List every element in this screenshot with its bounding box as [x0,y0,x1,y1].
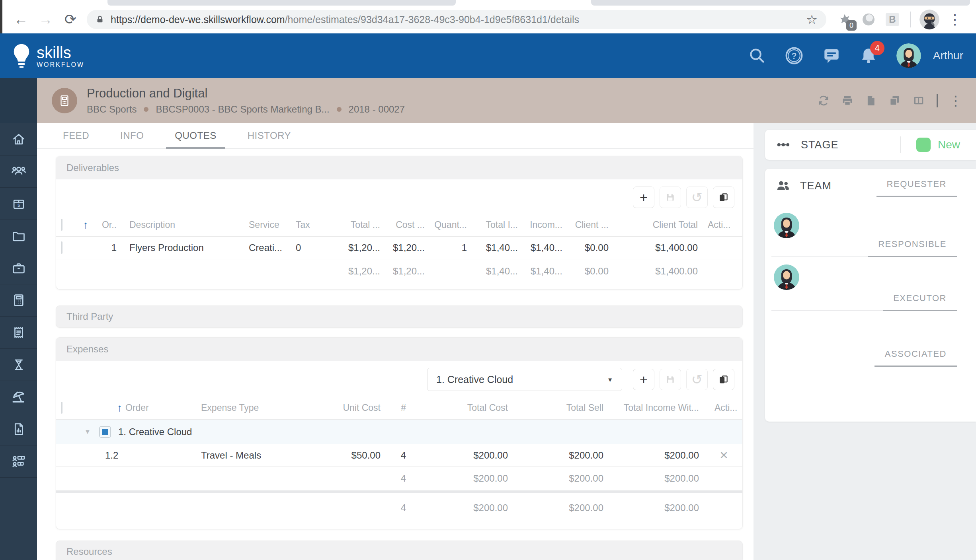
browser-forward-button[interactable]: → [33,11,58,28]
sidebar-item-clients[interactable] [0,156,37,188]
tab-quotes[interactable]: QUOTES [172,123,219,148]
cell-quantity[interactable]: 1 [426,242,468,253]
sort-asc-icon[interactable]: ↑ [76,219,95,231]
col-total-income[interactable]: Total I... [468,220,519,230]
col-description[interactable]: Description [118,220,246,230]
sidebar-item-folders[interactable] [0,220,37,252]
col-order[interactable]: Or.. [95,220,118,230]
expense-row[interactable]: 1.2 Travel - Meals $50.00 4 $200.00 $200… [56,444,742,467]
delete-expense-button[interactable]: ✕ [705,449,742,462]
undo-deliverables-button[interactable]: ↺ [686,187,708,208]
col-total-cost[interactable]: Total Cost [415,402,514,413]
bookmark-star-icon[interactable]: ☆ [806,12,818,27]
col-total-income[interactable]: Total Income Wit... [610,402,705,413]
export-document-button[interactable] [865,94,877,107]
tab-history[interactable]: HISTORY [244,123,294,148]
briefcase-icon [11,261,26,276]
row-checkbox[interactable] [61,241,62,254]
add-deliverable-button[interactable]: + [633,187,654,208]
col-total-cost[interactable]: Total ... [333,220,381,230]
browser-address-bar[interactable]: https://demo-dev-we.skillsworkflow.com/h… [87,10,826,29]
col-income[interactable]: Incom... [519,220,563,230]
col-expense-type[interactable]: Expense Type [147,402,303,413]
save-deliverables-button[interactable] [660,187,681,208]
sidebar-item-estimates[interactable] [0,284,37,317]
sidebar-item-vacations[interactable] [0,381,37,413]
collapse-group-icon[interactable]: ▼ [76,428,99,436]
stage-divider [900,136,901,153]
sort-asc-icon[interactable]: ↑ [117,402,122,414]
sidebar-item-invoices[interactable] [0,317,37,349]
expense-group-row[interactable]: ▼ 1. Creative Cloud [56,420,742,444]
col-client[interactable]: Client ... [563,220,609,230]
refresh-button[interactable] [817,94,830,107]
user-avatar[interactable] [896,43,921,68]
group-checkbox[interactable] [99,426,111,438]
cell-unit-cost[interactable]: $50.00 [303,450,387,461]
browser-menu-button[interactable]: ⋮ [943,11,967,28]
layout-columns-button[interactable] [912,94,925,107]
search-button[interactable] [748,47,766,64]
duplicate-expenses-button[interactable] [713,369,734,390]
col-qty[interactable]: # [387,402,415,413]
grand-total-income-sum: $200.00 [610,502,705,513]
third-party-section[interactable]: Third Party [56,305,743,328]
extension-icon-avast[interactable]: 0 [835,10,854,29]
col-order[interactable]: ↑Order [99,402,147,414]
extension-icon-circle[interactable] [859,10,878,29]
tab-feed[interactable]: FEED [60,123,92,148]
col-tax[interactable]: Tax [291,220,333,230]
browser-reload-button[interactable]: ⟳ [58,11,83,28]
cell-income[interactable]: $1,40... [519,242,563,253]
sidebar-item-home[interactable] [0,123,37,156]
col-service[interactable]: Service [246,220,291,230]
more-actions-button[interactable]: ⋮ [949,94,962,107]
sidebar-item-timesheets[interactable] [0,349,37,381]
stage-status-label[interactable]: New [938,138,960,151]
sidebar-item-resource-planning[interactable] [0,445,37,478]
stage-status-chip[interactable] [916,138,931,152]
col-cost[interactable]: Cost ... [381,220,426,230]
cell-cost[interactable]: $1,20... [381,242,426,253]
col-client-total[interactable]: Client Total [609,220,699,230]
sidebar-item-products[interactable]: $ [0,188,37,220]
expense-group-select[interactable]: 1. Creative Cloud ▼ [427,368,622,391]
requester-avatar[interactable] [774,213,799,238]
col-quantity[interactable]: Quant... [426,220,468,230]
cell-qty[interactable]: 4 [387,450,415,461]
skills-workflow-logo[interactable]: skills WORKFLOW [13,43,84,68]
svg-text:$: $ [18,203,20,208]
col-unit-cost[interactable]: Unit Cost [303,402,387,413]
browser-profile-avatar[interactable] [919,10,939,29]
responsible-avatar[interactable] [774,264,799,290]
sidebar-item-reports[interactable] [0,413,37,445]
browser-back-button[interactable]: ← [9,11,33,28]
save-expenses-button[interactable] [660,369,681,390]
notifications-button[interactable]: 4 [860,47,877,65]
duplicate-deliverables-button[interactable] [713,187,734,208]
cell-tax[interactable]: 0 [291,242,333,253]
cell-expense-type[interactable]: Travel - Meals [147,450,303,461]
resources-section[interactable]: Resources [56,541,743,560]
user-name[interactable]: Arthur [933,49,963,62]
window-edge [0,0,2,33]
cell-service[interactable]: Creati... [246,242,291,253]
deliverable-row[interactable]: 1 Flyers Production Creati... 0 $1,20...… [56,237,742,259]
copy-button[interactable] [888,94,901,107]
print-button[interactable] [841,94,854,107]
extension-icon-b[interactable]: B [883,10,902,29]
undo-expenses-button[interactable]: ↺ [686,369,708,390]
cell-description[interactable]: Flyers Production [118,242,246,253]
select-all-checkbox[interactable] [61,219,62,231]
help-button[interactable]: ? [785,47,803,65]
expense-group-label: 1. Creative Cloud [118,426,192,438]
people-icon [11,163,27,179]
add-expense-button[interactable]: + [633,369,654,390]
team-header: TEAM REQUESTER [771,169,957,203]
sidebar-item-jobs[interactable] [0,252,37,284]
messages-button[interactable] [822,47,841,65]
col-total-sell[interactable]: Total Sell [514,402,610,413]
select-all-checkbox[interactable] [61,402,62,414]
tab-info[interactable]: INFO [117,123,147,148]
cell-client[interactable]: $0.00 [563,242,609,253]
